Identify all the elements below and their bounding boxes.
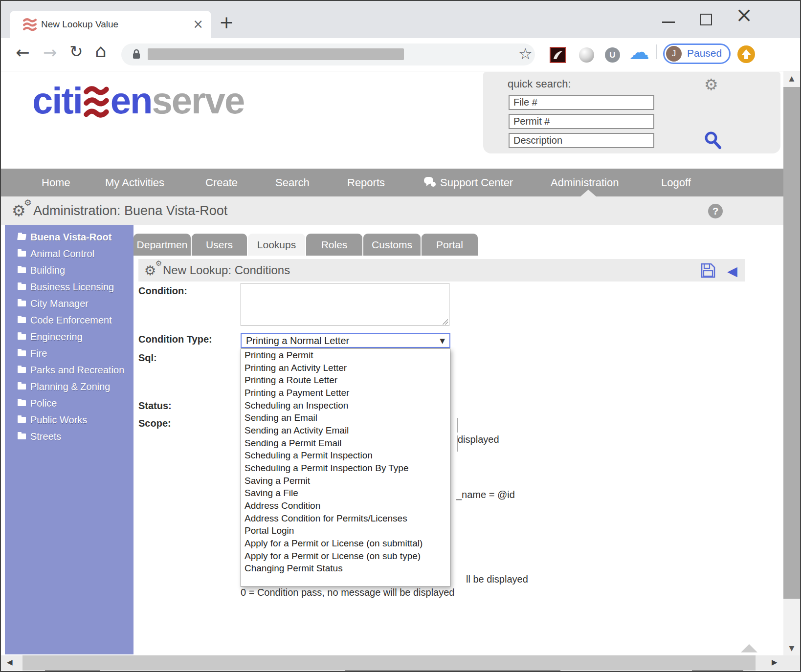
scroll-right-icon[interactable]: ▶ bbox=[772, 659, 778, 666]
settings-gear-icon[interactable]: ⚙ bbox=[704, 77, 718, 92]
dropdown-option[interactable]: Portal Login bbox=[241, 524, 450, 537]
tab-lookups[interactable]: Lookups bbox=[248, 234, 305, 256]
nav-my-activities[interactable]: My Activities bbox=[105, 169, 164, 196]
nav-support-center[interactable]: Support Center bbox=[423, 169, 513, 196]
avatar: J bbox=[666, 46, 682, 62]
help-icon[interactable]: ? bbox=[708, 204, 723, 218]
sidebar-item-police[interactable]: Police bbox=[5, 395, 134, 412]
condition-type-select[interactable]: Printing a Normal Letter ▼ bbox=[241, 333, 450, 348]
maximize-button[interactable] bbox=[700, 14, 712, 25]
dropdown-option[interactable]: Address Condition bbox=[241, 499, 450, 512]
description-input[interactable] bbox=[509, 133, 654, 148]
sidebar-item-business-licensing[interactable]: Business Licensing bbox=[5, 279, 134, 295]
tab-close-icon[interactable]: × bbox=[193, 18, 203, 30]
nav-search[interactable]: Search bbox=[275, 169, 310, 196]
horizontal-scrollbar-thumb[interactable] bbox=[22, 655, 756, 671]
save-icon[interactable] bbox=[700, 262, 716, 279]
dropdown-option[interactable]: Scheduling a Permit Inspection By Type bbox=[241, 462, 450, 475]
update-arrow-icon[interactable] bbox=[737, 45, 755, 63]
collapse-arrow-icon[interactable]: ◀ bbox=[727, 264, 737, 278]
open-folder-icon bbox=[17, 234, 26, 240]
tab-departments[interactable]: Departmen bbox=[134, 234, 191, 256]
folder-icon bbox=[18, 417, 26, 423]
dropdown-option[interactable]: Printing a Permit bbox=[241, 349, 450, 362]
sidebar-item-engineering[interactable]: Engineering bbox=[5, 328, 134, 345]
dropdown-option[interactable]: Saving a File bbox=[241, 487, 450, 499]
dropdown-option[interactable]: Sending an Email bbox=[241, 412, 450, 424]
scroll-up-icon[interactable]: ▲ bbox=[783, 75, 800, 82]
main-nav: Home My Activities Create Search Reports… bbox=[0, 169, 801, 196]
folder-icon bbox=[18, 367, 26, 373]
minimize-button[interactable] bbox=[662, 22, 675, 23]
tab-title: New Lookup Value bbox=[41, 19, 118, 30]
dropdown-option[interactable]: Address Condition for Permits/Licenses bbox=[241, 512, 450, 525]
sidebar-item-planning-zoning[interactable]: Planning & Zoning bbox=[5, 378, 134, 395]
horizontal-scrollbar[interactable]: ◀ ▶ bbox=[1, 655, 783, 671]
tab-users[interactable]: Users bbox=[192, 234, 247, 256]
home-icon[interactable]: ⌂ bbox=[95, 42, 107, 60]
browser-tab-strip: New Lookup Value × + × bbox=[1, 1, 800, 38]
sidebar-item-buena-vista-root[interactable]: Buena Vista-Root bbox=[5, 229, 134, 245]
dropdown-option[interactable]: Changing Permit Status bbox=[241, 562, 450, 575]
dropdown-option[interactable]: Saving a Permit bbox=[241, 475, 450, 487]
sidebar-item-public-works[interactable]: Public Works bbox=[5, 412, 134, 428]
tab-portal[interactable]: Portal bbox=[422, 234, 478, 256]
dropdown-option[interactable]: Sending an Activity Email bbox=[241, 424, 450, 437]
sidebar-item-animal-control[interactable]: Animal Control bbox=[5, 245, 134, 262]
folder-icon bbox=[18, 284, 26, 290]
dropdown-option[interactable]: Scheduling a Permit Inspection bbox=[241, 449, 450, 462]
sidebar-item-city-manager[interactable]: City Manager bbox=[5, 295, 134, 312]
tab-roles[interactable]: Roles bbox=[306, 234, 362, 256]
u-extension-icon[interactable]: U bbox=[605, 47, 620, 63]
sidebar-item-parks-and-recreation[interactable]: Parks and Recreation bbox=[5, 362, 134, 378]
sphere-extension-icon[interactable] bbox=[579, 47, 594, 63]
folder-icon bbox=[18, 251, 26, 257]
dropdown-option[interactable]: Sending a Permit Email bbox=[241, 437, 450, 450]
sidebar-item-building[interactable]: Building bbox=[5, 262, 134, 279]
url-redaction-bar bbox=[148, 48, 404, 60]
vertical-scrollbar[interactable]: ▲ ▼ bbox=[783, 71, 800, 655]
nav-reports[interactable]: Reports bbox=[347, 169, 385, 196]
resize-grip-icon[interactable] bbox=[442, 318, 448, 325]
sidebar-item-fire[interactable]: Fire bbox=[5, 345, 134, 362]
close-button[interactable]: × bbox=[735, 5, 753, 25]
back-to-top-icon[interactable] bbox=[741, 644, 757, 652]
file-number-input[interactable] bbox=[509, 95, 654, 110]
permit-number-input[interactable] bbox=[509, 114, 654, 129]
nav-logoff[interactable]: Logoff bbox=[661, 169, 691, 196]
profile-button[interactable]: J Paused bbox=[663, 43, 731, 64]
cloud-extension-icon[interactable]: ☁ bbox=[629, 42, 649, 63]
dropdown-option[interactable]: Apply for a Permit or License (on sub ty… bbox=[241, 550, 450, 563]
page-header: ⚙⚙ Administration: Buena Vista-Root bbox=[1, 196, 800, 225]
citizenserve-logo: citi enserve bbox=[32, 79, 244, 122]
address-bar[interactable] bbox=[121, 43, 535, 65]
bookmark-star-icon[interactable]: ☆ bbox=[518, 46, 533, 62]
dropdown-option[interactable]: Apply for a Permit or License (on submit… bbox=[241, 537, 450, 550]
adobe-extension-icon[interactable] bbox=[550, 47, 566, 63]
section-title: New Lookup: Conditions bbox=[163, 263, 290, 277]
vertical-scrollbar-thumb[interactable] bbox=[783, 87, 800, 599]
scroll-down-icon[interactable]: ▼ bbox=[783, 645, 800, 651]
dropdown-option[interactable]: Scheduling an Inspection bbox=[241, 399, 450, 412]
admin-gears-icon: ⚙⚙ bbox=[12, 203, 26, 218]
sidebar-item-streets[interactable]: Streets bbox=[5, 428, 134, 445]
new-tab-button[interactable]: + bbox=[219, 14, 234, 31]
tab-customs[interactable]: Customs bbox=[363, 234, 421, 256]
search-icon[interactable] bbox=[703, 130, 723, 150]
reload-icon[interactable]: ↻ bbox=[69, 43, 83, 60]
dropdown-option[interactable]: Printing a Payment Letter bbox=[241, 387, 450, 399]
nav-home[interactable]: Home bbox=[42, 169, 70, 196]
browser-tab[interactable]: New Lookup Value × bbox=[10, 11, 211, 38]
condition-textarea[interactable] bbox=[241, 283, 449, 326]
back-icon[interactable]: ← bbox=[16, 44, 30, 61]
dropdown-option[interactable]: Printing an Activity Letter bbox=[241, 362, 450, 374]
dropdown-option[interactable]: Printing a Route Letter bbox=[241, 374, 450, 387]
scroll-left-icon[interactable]: ◀ bbox=[7, 659, 13, 666]
folder-icon bbox=[18, 267, 26, 273]
chat-bubble-icon bbox=[423, 176, 436, 188]
select-caret-icon: ▼ bbox=[440, 337, 445, 344]
forward-icon[interactable]: → bbox=[43, 44, 57, 61]
nav-create[interactable]: Create bbox=[205, 169, 238, 196]
logo-serve: serve bbox=[152, 79, 245, 122]
sidebar-item-code-enforcement[interactable]: Code Enforcement bbox=[5, 312, 134, 328]
